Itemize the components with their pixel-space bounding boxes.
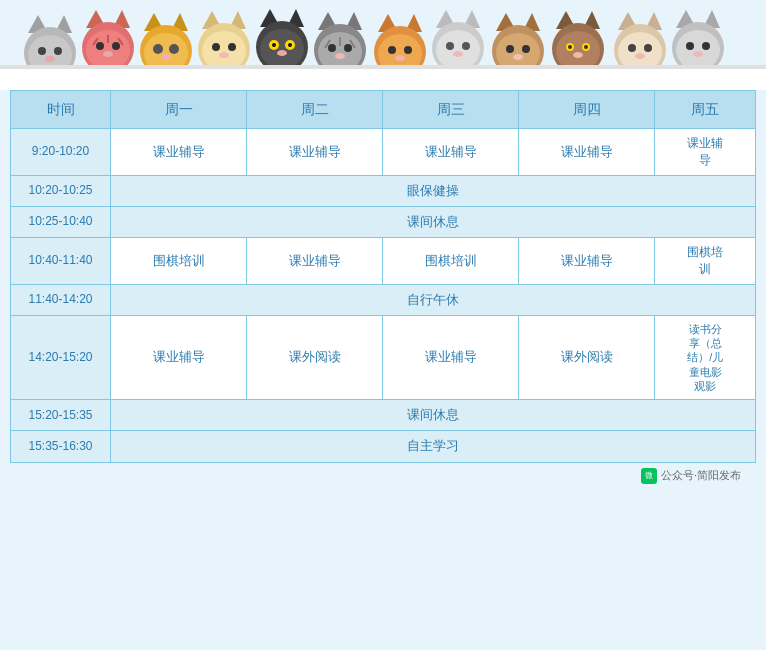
svg-point-44 [260,29,304,69]
main-container: 时间 周一 周二 周三 周四 周五 9:20-10:20 课业辅导 课业辅导 课… [0,0,766,650]
svg-rect-121 [0,65,766,69]
svg-point-98 [584,45,588,49]
svg-point-106 [628,44,636,52]
table-row: 10:40-11:40 围棋培训 课业辅导 围棋培训 课业辅导 围棋培训 [11,237,756,284]
col-header-thu: 周四 [519,91,655,129]
svg-point-6 [38,47,46,55]
activity-cell: 课业辅导 [111,315,247,399]
svg-point-28 [169,44,179,54]
svg-point-79 [453,51,463,57]
svg-point-61 [335,53,345,59]
svg-point-68 [388,46,396,54]
col-header-mon: 周一 [111,91,247,129]
svg-point-8 [45,56,55,62]
svg-point-29 [161,54,171,60]
col-header-time: 时间 [11,91,111,129]
svg-point-88 [513,54,523,60]
schedule-table: 时间 周一 周二 周三 周四 周五 9:20-10:20 课业辅导 课业辅导 课… [10,90,756,463]
svg-point-115 [686,42,694,50]
svg-point-20 [103,51,113,57]
svg-point-108 [635,53,645,59]
activity-cell: 课外阅读 [519,315,655,399]
wx-icon: 微 [641,468,657,484]
svg-point-48 [288,43,292,47]
time-cell: 10:20-10:25 [11,175,111,206]
svg-rect-120 [0,67,766,90]
activity-cell: 课业辅导 [519,129,655,176]
activity-cell: 围棋培训 [111,237,247,284]
time-cell: 10:25-10:40 [11,206,111,237]
svg-point-87 [522,45,530,53]
header-row: 时间 周一 周二 周三 周四 周五 [11,91,756,129]
full-activity-cell: 课间休息 [111,400,756,431]
svg-point-97 [568,45,572,49]
table-row: 14:20-15:20 课业辅导 课外阅读 课业辅导 课外阅读 读书分享（总结）… [11,315,756,399]
svg-point-18 [96,42,104,50]
svg-point-59 [328,44,336,52]
activity-cell: 课业辅导 [247,237,383,284]
watermark-text: 公众号·简阳发布 [661,468,741,483]
cats-illustration [0,5,766,90]
svg-point-78 [462,42,470,50]
svg-point-7 [54,47,62,55]
svg-point-36 [212,43,220,51]
svg-point-86 [506,45,514,53]
activity-cell: 课业辅导 [655,129,756,176]
full-activity-cell: 自主学习 [111,431,756,462]
svg-point-116 [702,42,710,50]
activity-cell: 课外阅读 [247,315,383,399]
svg-point-117 [693,51,703,57]
activity-cell: 围棋培训 [383,237,519,284]
activity-cell: 课业辅导 [383,315,519,399]
time-cell: 9:20-10:20 [11,129,111,176]
table-row: 9:20-10:20 课业辅导 课业辅导 课业辅导 课业辅导 课业辅导 [11,129,756,176]
time-cell: 15:20-15:35 [11,400,111,431]
activity-cell: 读书分享（总结）/儿童电影观影 [655,315,756,399]
svg-point-77 [446,42,454,50]
full-activity-cell: 眼保健操 [111,175,756,206]
svg-point-70 [395,55,405,61]
svg-point-47 [272,43,276,47]
full-activity-cell: 自行午休 [111,284,756,315]
schedule-table-container: 时间 周一 周二 周三 周四 周五 9:20-10:20 课业辅导 课业辅导 课… [0,90,766,650]
svg-point-114 [676,30,720,70]
table-row: 15:20-15:35 课间休息 [11,400,756,431]
activity-cell: 课业辅导 [111,129,247,176]
time-cell: 11:40-14:20 [11,284,111,315]
svg-point-99 [573,52,583,58]
col-header-tue: 周二 [247,91,383,129]
table-row: 10:20-10:25 眼保健操 [11,175,756,206]
time-cell: 15:35-16:30 [11,431,111,462]
col-header-wed: 周三 [383,91,519,129]
full-activity-cell: 课间休息 [111,206,756,237]
svg-point-19 [112,42,120,50]
activity-cell: 围棋培训 [655,237,756,284]
col-header-fri: 周五 [655,91,756,129]
time-cell: 10:40-11:40 [11,237,111,284]
watermark-bar: 微 公众号·简阳发布 [10,463,756,489]
activity-cell: 课业辅导 [383,129,519,176]
cat-banner [0,0,766,90]
table-row: 10:25-10:40 课间休息 [11,206,756,237]
cat-svg-row [0,5,766,90]
activity-cell: 课业辅导 [519,237,655,284]
svg-point-38 [219,52,229,58]
svg-point-27 [153,44,163,54]
table-row: 15:35-16:30 自主学习 [11,431,756,462]
svg-point-49 [277,50,287,56]
svg-point-107 [644,44,652,52]
svg-point-37 [228,43,236,51]
svg-point-76 [436,30,480,70]
svg-point-60 [344,44,352,52]
svg-point-69 [404,46,412,54]
table-row: 11:40-14:20 自行午休 [11,284,756,315]
table-wrapper: 时间 周一 周二 周三 周四 周五 9:20-10:20 课业辅导 课业辅导 课… [10,90,756,463]
time-cell: 14:20-15:20 [11,315,111,399]
activity-cell: 课业辅导 [247,129,383,176]
